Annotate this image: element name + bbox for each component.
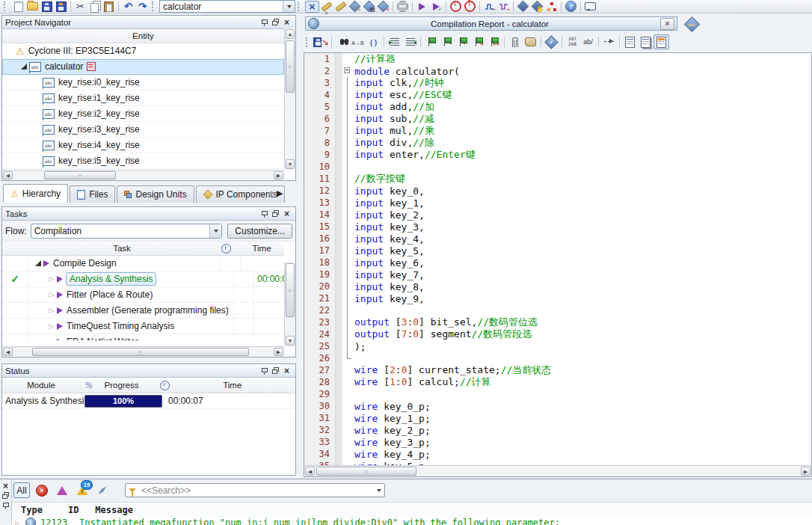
entity-column-header[interactable]: Entity bbox=[2, 29, 284, 43]
scroll-down-arrow[interactable]: ▼ bbox=[286, 159, 295, 169]
task-row[interactable]: EDA Netlist Writer bbox=[2, 334, 284, 340]
cut-icon[interactable] bbox=[73, 1, 87, 13]
code-line[interactable]: 7input mul,//乘 bbox=[304, 125, 811, 137]
stop-icon[interactable] bbox=[396, 1, 410, 13]
message-column-header[interactable]: Message bbox=[95, 505, 133, 515]
pin-icon[interactable] bbox=[259, 209, 270, 218]
redo-icon[interactable] bbox=[135, 1, 150, 13]
help-icon[interactable] bbox=[564, 1, 578, 13]
vertical-scrollbar[interactable]: ≡ ▼ bbox=[284, 262, 295, 346]
simulation-wave-icon[interactable]: ⌁ bbox=[482, 1, 496, 13]
report-outline-icon[interactable] bbox=[622, 34, 638, 49]
goto-matching-brace-icon[interactable] bbox=[366, 34, 381, 49]
search-input[interactable] bbox=[140, 485, 373, 497]
code-line[interactable]: 22 bbox=[304, 304, 811, 316]
customize-button[interactable]: Customize... bbox=[227, 224, 292, 239]
code-line[interactable]: 11//数字按键 bbox=[304, 173, 811, 185]
filter-all-button[interactable]: All bbox=[13, 482, 30, 498]
hierarchy-tree-icon[interactable] bbox=[544, 1, 559, 13]
scroll-right-arrow[interactable]: ▶ bbox=[274, 348, 283, 356]
fold-collapse-icon[interactable] bbox=[342, 65, 353, 77]
tab-scroll-left-icon[interactable]: ◀ bbox=[267, 189, 272, 197]
code-line[interactable]: 2module calculator( bbox=[304, 65, 811, 77]
toolbar-grip[interactable] bbox=[152, 1, 157, 11]
replace-icon[interactable] bbox=[350, 34, 366, 49]
find-binoculars-icon[interactable] bbox=[334, 34, 350, 49]
message-search-combobox[interactable] bbox=[125, 483, 385, 497]
run-task-icon[interactable] bbox=[57, 339, 63, 341]
code-line[interactable]: 12input key_0, bbox=[304, 185, 811, 197]
line-numbers-icon[interactable]: 267268 bbox=[565, 34, 580, 49]
code-line[interactable]: 32wire key_2_p; bbox=[304, 424, 811, 436]
pin-icon[interactable] bbox=[0, 500, 11, 510]
programmer-chip-icon[interactable] bbox=[516, 1, 530, 13]
progress-column-header[interactable]: Progress bbox=[105, 381, 150, 390]
expander-icon[interactable] bbox=[46, 287, 57, 302]
project-combobox[interactable]: calculator bbox=[159, 0, 295, 13]
expander-icon[interactable]: ▷ bbox=[12, 519, 22, 525]
previous-bookmark-icon[interactable]: ↶ bbox=[455, 34, 470, 49]
code-line[interactable]: 33wire key_3_p; bbox=[304, 436, 811, 448]
time-column-header[interactable]: Time bbox=[170, 381, 295, 390]
close-icon[interactable] bbox=[281, 209, 292, 218]
code-line[interactable]: 21input key_9, bbox=[304, 292, 811, 304]
start-analysis-synthesis-icon[interactable]: ✓ bbox=[429, 1, 443, 13]
chevron-down-icon[interactable] bbox=[373, 484, 384, 497]
close-icon[interactable] bbox=[281, 17, 292, 27]
expander-icon[interactable] bbox=[46, 334, 57, 340]
restore-icon[interactable] bbox=[270, 209, 281, 218]
open-file-icon[interactable] bbox=[25, 1, 40, 13]
vertical-scrollbar[interactable]: ▲ ≡ ▼ bbox=[284, 28, 295, 170]
code-line[interactable]: 14input key_2, bbox=[304, 209, 811, 221]
scroll-thumb[interactable]: ≡ bbox=[44, 171, 116, 179]
pin-icon[interactable] bbox=[259, 366, 270, 375]
expander-icon[interactable] bbox=[33, 256, 43, 271]
analyze-file-check-icon[interactable] bbox=[544, 34, 559, 49]
close-icon[interactable] bbox=[281, 366, 292, 375]
code-line[interactable]: 19input key_7, bbox=[304, 268, 811, 280]
undo-icon[interactable] bbox=[121, 1, 135, 13]
wave-edit-icon[interactable]: ⌁ bbox=[496, 1, 511, 13]
abc-text-tool-icon[interactable] bbox=[685, 18, 699, 30]
report-view-icon[interactable] bbox=[653, 34, 669, 49]
start-compilation-icon[interactable] bbox=[415, 1, 429, 13]
code-line[interactable]: 28wire [1:0] calcul;//计算 bbox=[304, 376, 811, 388]
tree-item[interactable]: key_rise:i2_key_rise bbox=[2, 106, 284, 122]
task-row[interactable]: Compile Design bbox=[2, 256, 284, 271]
stopwatch-icon[interactable] bbox=[463, 1, 477, 13]
attach-paperclip-icon[interactable] bbox=[507, 34, 523, 49]
close-icon[interactable] bbox=[0, 481, 11, 491]
scroll-left-arrow[interactable]: ◀ bbox=[3, 348, 13, 356]
editor-window-titlebar[interactable]: Compilation Report - calculator bbox=[305, 16, 677, 31]
code-line[interactable]: 10 bbox=[304, 161, 811, 173]
indent-icon[interactable] bbox=[387, 34, 402, 49]
restore-icon[interactable] bbox=[270, 366, 281, 375]
scroll-up-arrow[interactable]: ▲ bbox=[286, 29, 295, 39]
toolbar-grip[interactable] bbox=[306, 37, 311, 47]
code-line[interactable]: 6input sub,//减 bbox=[304, 113, 811, 125]
scroll-down-arrow[interactable]: ▼ bbox=[286, 336, 295, 346]
code-line[interactable]: 29 bbox=[304, 388, 811, 400]
code-line[interactable]: 8input div,//除 bbox=[304, 137, 811, 149]
time-icon-column-header[interactable] bbox=[216, 242, 236, 255]
code-line[interactable]: 5input add,//加 bbox=[304, 101, 811, 113]
toggle-bookmark-icon[interactable] bbox=[423, 34, 439, 49]
tree-item[interactable]: key_rise:i4_key_rise bbox=[2, 138, 284, 153]
expander-icon[interactable] bbox=[46, 319, 57, 334]
delete-bookmark-icon[interactable]: × bbox=[470, 34, 486, 49]
chevron-down-icon[interactable] bbox=[283, 1, 295, 12]
code-line[interactable]: 30wire key_0_p; bbox=[304, 400, 811, 412]
run-task-icon[interactable] bbox=[57, 276, 63, 283]
code-line[interactable]: 3input clk,//时钟 bbox=[304, 77, 811, 89]
scroll-right-arrow[interactable]: ▶ bbox=[274, 171, 283, 179]
export-report-icon[interactable]: ↘ bbox=[313, 34, 329, 49]
horizontal-scrollbar[interactable]: ◀ ≡ ▶ bbox=[2, 170, 284, 180]
expander-icon[interactable] bbox=[46, 303, 57, 318]
code-line[interactable]: 17input key_5, bbox=[304, 245, 811, 257]
chevron-down-icon[interactable] bbox=[209, 224, 221, 238]
tcl-script-icon[interactable] bbox=[523, 34, 538, 49]
timequest-clock-icon[interactable] bbox=[449, 1, 463, 13]
task-column-header[interactable]: Task bbox=[28, 242, 216, 255]
tree-item[interactable]: key_rise:i1_key_rise bbox=[2, 90, 284, 106]
status-column-header[interactable] bbox=[2, 242, 28, 255]
